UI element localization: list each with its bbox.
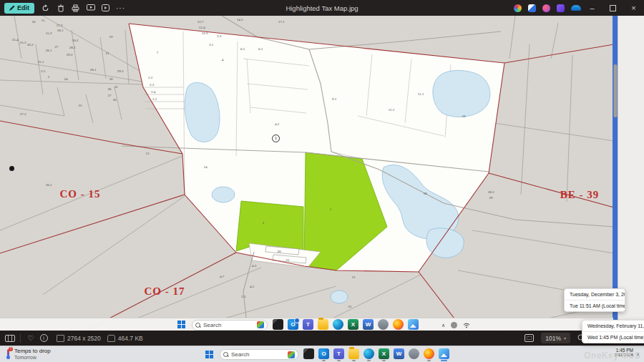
excel-taskbar-icon[interactable]: X [379, 348, 389, 361]
rotate-icon[interactable] [38, 2, 53, 14]
map-parcel-label: 4.5 [250, 285, 254, 288]
filmstrip-icon[interactable] [4, 333, 16, 344]
zoom-level-value: 101% [545, 335, 561, 342]
windows-taskbar: ! Temps to drop Tomorrow Search OTXW ∧ 1… [0, 346, 644, 362]
firefox-taskbar-icon[interactable] [424, 348, 434, 361]
clock-date: 2/11/2026 [615, 353, 633, 358]
settings-taskbar-icon[interactable] [409, 348, 419, 361]
map-parcel-label: 11.2 [389, 108, 395, 112]
notepad-taskbar-icon [273, 319, 283, 331]
teams-taskbar-icon[interactable]: T [333, 348, 344, 361]
zoom-level-dropdown[interactable]: 101% ▾ [541, 333, 570, 343]
close-button[interactable]: × [623, 0, 644, 16]
designer-icon[interactable] [557, 4, 565, 12]
delete-icon[interactable] [53, 2, 68, 14]
taskbar-clock[interactable]: 1:45 PM 2/11/2026 [615, 348, 633, 358]
word-taskbar-icon: W [363, 319, 374, 331]
folder-taskbar-icon[interactable] [348, 348, 359, 361]
window-controls: – × [582, 0, 644, 16]
map-region-label: CO - 15 [60, 189, 101, 200]
taskbar-weather-widget[interactable]: ! Temps to drop Tomorrow [5, 348, 51, 360]
map-parcel-label: 4.7 [220, 275, 224, 278]
map-parcel-label: 2.3 [150, 83, 154, 87]
video-editor-icon[interactable] [98, 2, 113, 14]
weather-headline: Temps to drop [14, 348, 51, 355]
map-parcel-label: 30 [109, 77, 113, 81]
settings-taskbar-icon [378, 319, 389, 331]
map-parcel-label: 17.2 [57, 24, 63, 27]
screenshot-system-tray: ∧ [441, 322, 470, 328]
chevron-up-icon[interactable]: ∧ [636, 352, 640, 358]
onedrive-cloud-icon[interactable] [571, 5, 581, 11]
search-highlight-icon [257, 321, 264, 328]
map-parcel-label: 2 [48, 75, 50, 79]
map-parcel-label: 12.2 [202, 31, 208, 35]
word-taskbar-icon[interactable]: W [394, 348, 404, 361]
search-icon [223, 352, 228, 357]
map-parcel-label: 12.7 [197, 20, 204, 24]
info-icon[interactable]: i [37, 333, 50, 344]
viewer-scrollbar-thumb[interactable] [614, 64, 618, 117]
map-parcel-label: 2.1 [152, 97, 157, 101]
print-icon[interactable] [68, 2, 83, 14]
tooltip-date: Wednesday, February 11, 2026 [582, 321, 644, 331]
map-parcel-label: 10 [462, 114, 466, 118]
color-wheel-icon[interactable] [514, 4, 522, 12]
edge-taskbar-icon[interactable] [364, 348, 374, 361]
map-point-marker [9, 166, 14, 171]
clipchamp-icon[interactable] [542, 4, 550, 12]
map-parcel-label: 16 [32, 20, 36, 24]
map-parcel-label: 27 [55, 45, 59, 49]
map-parcel-label: 29.2 [67, 53, 73, 57]
divider [20, 334, 21, 343]
notepad-taskbar-icon[interactable] [303, 348, 314, 361]
system-tray: ∧ 1:45 PM 2/11/2026 [636, 346, 640, 362]
map-parcel-label: 28.1 [90, 68, 97, 72]
map-parcel-label: 3.1 [209, 43, 213, 47]
map-parcel-label: 2.5 [41, 69, 45, 73]
system-clock-tooltip: Wednesday, February 11, 2026 Wed 1:45 PM… [582, 320, 644, 343]
search-placeholder: Search [203, 322, 254, 328]
map-parcel-label: 3.3 [217, 34, 221, 38]
map-parcel-label: 4 [222, 58, 224, 62]
taskbar-search-box[interactable]: Search [220, 349, 298, 360]
edit-label: Edit [17, 4, 29, 11]
desktop: { "titlebar": { "edit_label": "Edit", "t… [0, 0, 644, 362]
map-parcel-label: 25.1 [38, 60, 44, 64]
snipping-icon[interactable] [528, 4, 536, 12]
firefox-taskbar-icon [393, 319, 404, 331]
photo-viewer-canvas[interactable]: CO - 15BE - 39CO - 17 161517.218.115.219… [0, 16, 644, 331]
clock-time: 1:45 PM [615, 348, 633, 353]
fit-screen-icon[interactable] [525, 334, 534, 342]
titlebar-shortcut-icons [514, 0, 581, 16]
map-parcel-label: 26.2 [27, 43, 34, 47]
slideshow-icon[interactable] [83, 2, 98, 14]
map-region-label: BE - 39 [560, 190, 600, 200]
excel-taskbar-icon: X [348, 319, 358, 331]
image-filesize: 464.7 KB [107, 335, 143, 342]
folder-taskbar-icon [318, 319, 328, 331]
search-icon [195, 323, 200, 328]
map-parcel-label: 27.2 [20, 112, 26, 116]
outlook-taskbar-icon[interactable]: O [318, 348, 329, 361]
map-parcel-label: 28.3 [488, 190, 494, 194]
thermometer-icon: ! [5, 348, 11, 359]
favorite-heart-icon[interactable]: ♡ [24, 333, 37, 344]
minimize-button[interactable]: – [582, 0, 602, 16]
more-icon[interactable]: ··· [113, 2, 128, 14]
pencil-icon [9, 5, 15, 11]
map-parcel-label: 14.3 [237, 18, 243, 21]
map-parcel-label: 25 [79, 104, 82, 107]
start-button[interactable] [205, 351, 214, 359]
outlook-taskbar-icon: O [288, 319, 298, 331]
photos-taskbar-icon[interactable] [439, 348, 449, 361]
map-parcel-label: 30 [113, 98, 117, 102]
photos-titlebar: Edit ··· Highlighted Tax Map.jpg – × [0, 0, 644, 16]
maximize-button[interactable] [602, 0, 623, 16]
map-parcel-label: 6.1 [258, 47, 263, 51]
map-marker-1: 1 [272, 134, 280, 142]
screenshot-start-button [177, 321, 186, 329]
edit-button[interactable]: Edit [4, 3, 34, 14]
map-parcel-label: 20 [278, 250, 281, 253]
filesize-icon [107, 335, 115, 342]
